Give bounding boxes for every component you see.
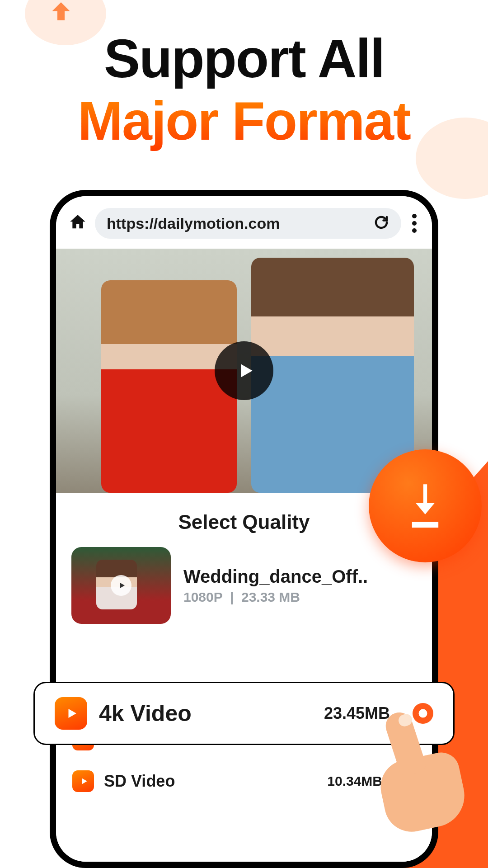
play-badge-icon	[72, 770, 94, 792]
home-icon[interactable]	[69, 213, 87, 233]
browser-bar: https://dailymotion.com	[56, 196, 432, 249]
video-meta-row: Wedding_dance_Off.. 1080P | 23.33 MB	[56, 547, 432, 642]
video-title: Wedding_dance_Off..	[183, 566, 368, 587]
video-preview[interactable]	[56, 249, 432, 493]
download-button[interactable]	[369, 449, 482, 562]
url-text: https://dailymotion.com	[107, 215, 280, 232]
refresh-icon[interactable]	[373, 214, 389, 232]
headline-line2: Major Format	[0, 90, 488, 152]
play-icon	[111, 575, 131, 596]
play-icon[interactable]	[215, 341, 273, 400]
preview-person	[251, 258, 414, 493]
url-field[interactable]: https://dailymotion.com	[95, 208, 401, 239]
headline-line1: Support All	[0, 27, 488, 90]
pointer-hand-icon	[373, 712, 473, 829]
preview-person	[101, 280, 237, 493]
quality-label: SD Video	[104, 772, 317, 791]
phone-mockup: https://dailymotion.com Select Quality	[50, 190, 438, 868]
kebab-menu-icon[interactable]	[409, 211, 419, 236]
headline: Support All Major Format	[0, 27, 488, 152]
quality-label: 4k Video	[99, 700, 312, 726]
video-subtitle: 1080P | 23.33 MB	[183, 590, 368, 605]
video-thumbnail[interactable]	[71, 547, 171, 624]
play-badge-icon	[55, 697, 87, 730]
download-icon	[403, 480, 448, 532]
